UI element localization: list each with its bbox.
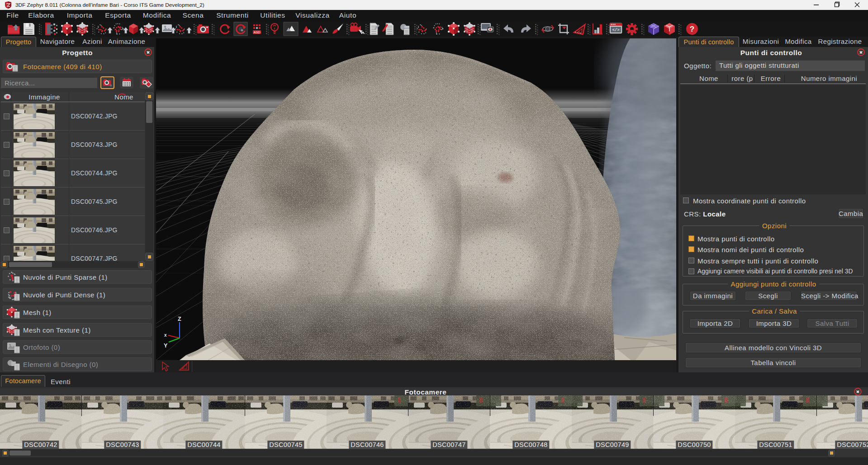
- svg-text:ASD: ASD: [254, 31, 260, 34]
- svg-text:?: ?: [690, 25, 694, 33]
- svg-text:Y: Y: [164, 343, 168, 349]
- svg-text:x: x: [164, 333, 167, 338]
- svg-text:</>: </>: [612, 28, 619, 33]
- svg-text:Z: Z: [178, 316, 181, 322]
